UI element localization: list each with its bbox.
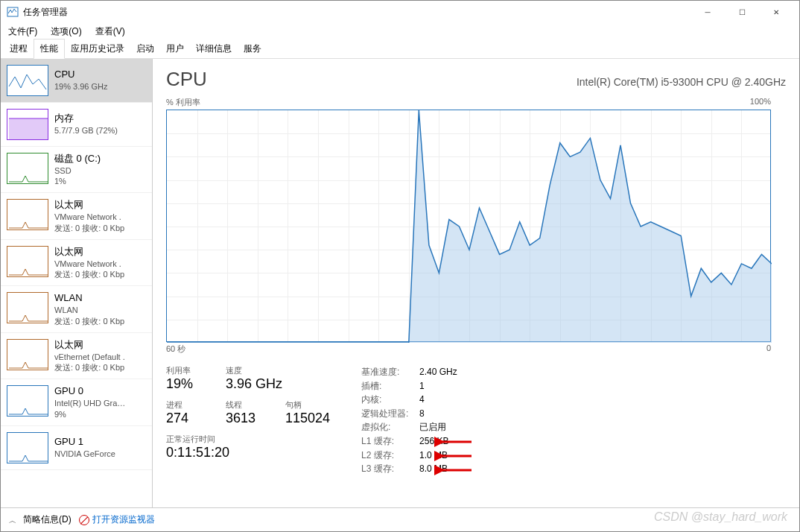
- chart-ylabel: % 利用率: [166, 97, 200, 108]
- sidebar-item-sub: WLAN: [54, 305, 124, 315]
- svg-rect-1: [9, 118, 48, 139]
- window-title: 任务管理器: [23, 6, 68, 19]
- sidebar-thumb: [7, 153, 48, 184]
- sidebar-item-3[interactable]: 以太网VMware Network .发送: 0 接收: 0 Kbp: [1, 193, 152, 239]
- spec-table: 基准速度:2.40 GHz 插槽:1 内核:4 逻辑处理器:8 虚拟化:已启用 …: [361, 365, 457, 476]
- handles-label: 句柄: [285, 399, 330, 411]
- sidebar-item-title: WLAN: [54, 292, 124, 305]
- cpu-model: Intel(R) Core(TM) i5-9300H CPU @ 2.40GHz: [577, 76, 786, 88]
- chart-xleft: 60 秒: [166, 343, 185, 355]
- sidebar-thumb: [7, 199, 48, 230]
- sidebar-item-0[interactable]: CPU19% 3.96 GHz: [1, 59, 152, 103]
- tab-users[interactable]: 用户: [160, 39, 190, 58]
- tab-startup[interactable]: 启动: [130, 39, 160, 58]
- spec-cores: 4: [419, 393, 425, 407]
- tab-performance[interactable]: 性能: [34, 39, 65, 59]
- tab-app-history[interactable]: 应用历史记录: [65, 39, 130, 58]
- close-button[interactable]: ✕: [759, 1, 793, 23]
- procs-value: 274: [166, 411, 209, 426]
- sidebar-thumb: [7, 109, 48, 140]
- spec-virt: 已启用: [419, 420, 446, 434]
- sidebar-item-title: CPU: [54, 69, 108, 81]
- tab-processes[interactable]: 进程: [4, 39, 34, 58]
- uptime-value: 0:11:51:20: [166, 445, 330, 460]
- spec-lprocs: 8: [419, 407, 425, 421]
- sidebar[interactable]: CPU19% 3.96 GHz内存5.7/7.9 GB (72%)磁盘 0 (C…: [1, 59, 153, 507]
- sidebar-thumb: [7, 432, 48, 463]
- spec-l3: 8.0 MB: [419, 462, 448, 476]
- sidebar-item-sub: NVIDIA GeForce: [54, 449, 115, 459]
- util-label: 利用率: [166, 365, 209, 376]
- menubar: 文件(F) 选项(O) 查看(V): [1, 23, 799, 39]
- window-controls: ─ ☐ ✕: [691, 1, 793, 23]
- sidebar-thumb: [7, 339, 48, 370]
- speed-label: 速度: [226, 365, 282, 376]
- brief-info-link[interactable]: 简略信息(D): [23, 513, 72, 526]
- maximize-button[interactable]: ☐: [725, 1, 759, 23]
- menu-view[interactable]: 查看(V): [92, 24, 128, 39]
- threads-value: 3613: [226, 411, 269, 426]
- sidebar-item-1[interactable]: 内存5.7/7.9 GB (72%): [1, 103, 152, 147]
- procs-label: 进程: [166, 399, 209, 411]
- chevron-up-icon[interactable]: 〈: [7, 516, 17, 524]
- sidebar-item-sub: 19% 3.96 GHz: [54, 81, 108, 92]
- sidebar-item-6[interactable]: 以太网vEthernet (Default .发送: 0 接收: 0 Kbp: [1, 333, 152, 379]
- handles-value: 115024: [285, 411, 330, 426]
- spec-base: 2.40 GHz: [419, 365, 457, 379]
- sidebar-thumb: [7, 246, 48, 277]
- tabbar: 进程 性能 应用历史记录 启动 用户 详细信息 服务: [1, 39, 799, 59]
- cpu-chart: [166, 110, 771, 342]
- chart-ymax: 100%: [750, 97, 771, 108]
- sidebar-thumb: [7, 292, 48, 323]
- tab-services[interactable]: 服务: [238, 39, 267, 58]
- sidebar-item-title: GPU 1: [54, 436, 115, 449]
- sidebar-item-7[interactable]: GPU 0Intel(R) UHD Gra…9%: [1, 379, 152, 425]
- menu-file[interactable]: 文件(F): [5, 24, 40, 39]
- minimize-button[interactable]: ─: [691, 1, 725, 23]
- speed-value: 3.96 GHz: [226, 376, 282, 392]
- spec-l1: 256 KB: [419, 434, 448, 449]
- sidebar-item-title: 以太网: [54, 246, 124, 259]
- sidebar-thumb: [7, 65, 48, 96]
- sidebar-item-sub: 5.7/7.9 GB (72%): [54, 125, 118, 136]
- app-icon: [7, 6, 19, 18]
- sidebar-item-sub: VMware Network .: [54, 212, 124, 222]
- sidebar-item-sub: SSD: [54, 165, 101, 176]
- page-title: CPU: [166, 68, 207, 91]
- sidebar-item-title: GPU 0: [54, 385, 125, 398]
- sidebar-item-sub: VMware Network .: [54, 259, 124, 269]
- chart-xright: 0: [766, 343, 771, 355]
- sidebar-item-title: 磁盘 0 (C:): [54, 153, 101, 165]
- uptime-label: 正常运行时间: [166, 434, 330, 445]
- sidebar-item-5[interactable]: WLANWLAN发送: 0 接收: 0 Kbp: [1, 286, 152, 332]
- spec-l2: 1.0 MB: [419, 449, 448, 463]
- titlebar[interactable]: 任务管理器 ─ ☐ ✕: [1, 1, 799, 23]
- sidebar-item-title: 以太网: [54, 339, 125, 352]
- sidebar-item-sub: vEthernet (Default .: [54, 352, 125, 362]
- spec-sockets: 1: [419, 379, 425, 393]
- menu-options[interactable]: 选项(O): [48, 24, 84, 39]
- resmon-icon: [79, 515, 89, 525]
- resmon-link[interactable]: 打开资源监视器: [79, 513, 155, 526]
- sidebar-item-sub: Intel(R) UHD Gra…: [54, 398, 125, 408]
- sidebar-item-4[interactable]: 以太网VMware Network .发送: 0 接收: 0 Kbp: [1, 240, 152, 286]
- sidebar-item-title: 以太网: [54, 199, 124, 212]
- perf-content: CPU Intel(R) Core(TM) i5-9300H CPU @ 2.4…: [153, 59, 799, 507]
- sidebar-thumb: [7, 385, 48, 417]
- util-value: 19%: [166, 376, 209, 392]
- sidebar-item-8[interactable]: GPU 1NVIDIA GeForce: [1, 426, 152, 470]
- footer: 〈 简略信息(D) 打开资源监视器: [1, 507, 799, 531]
- tab-details[interactable]: 详细信息: [190, 39, 238, 58]
- sidebar-item-title: 内存: [54, 113, 118, 125]
- sidebar-item-2[interactable]: 磁盘 0 (C:)SSD1%: [1, 147, 152, 193]
- threads-label: 线程: [226, 399, 269, 411]
